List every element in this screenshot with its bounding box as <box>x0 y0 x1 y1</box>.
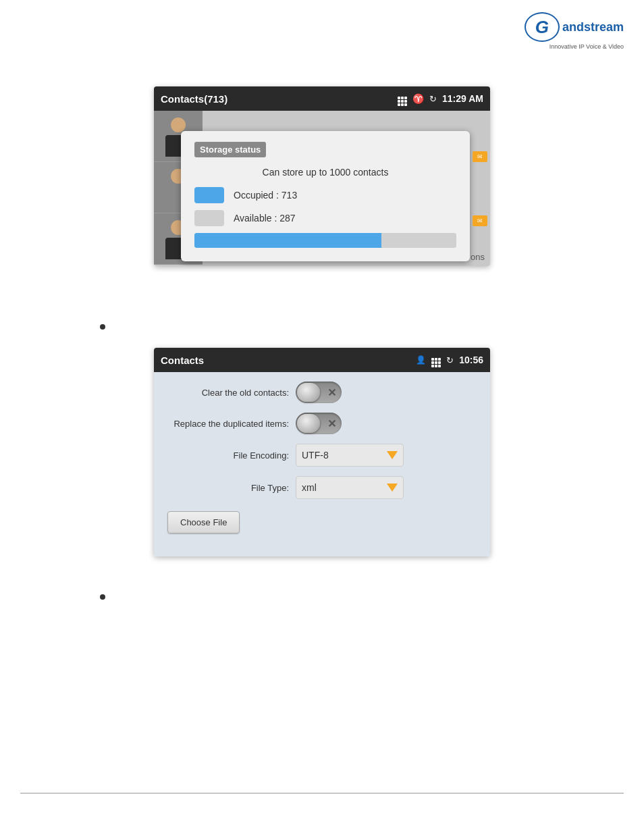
screen2-body: Clear the old contacts: ✕ Replace the du… <box>154 372 490 556</box>
logo-area: G andstream Innovative IP Voice & Video <box>525 12 624 50</box>
file-encoding-dropdown[interactable]: UTF-8 <box>296 444 404 467</box>
logo-tagline: Innovative IP Voice & Video <box>549 43 624 50</box>
file-type-value: xml <box>302 482 317 493</box>
replace-duplicated-row: Replace the duplicated items: ✕ <box>167 413 477 434</box>
mail-icon-2[interactable]: ✉ <box>473 215 487 226</box>
ons-text: ons <box>471 252 485 262</box>
screen2-time: 10:56 <box>459 355 483 365</box>
screen1-body: Storage status Can store up to 1000 cont… <box>154 111 490 266</box>
occupied-label: Occupied : 713 <box>234 190 297 201</box>
available-label: Available : 287 <box>234 213 296 224</box>
file-encoding-label: File Encoding: <box>167 450 289 461</box>
toggle-knob-1 <box>297 383 320 402</box>
choose-file-button[interactable]: Choose File <box>167 511 240 533</box>
bottom-divider <box>20 793 624 793</box>
file-type-row: File Type: xml <box>167 476 477 499</box>
storage-dialog-title: Storage status <box>194 142 266 157</box>
replace-duplicated-label: Replace the duplicated items: <box>167 419 289 429</box>
available-color-indicator <box>194 210 224 226</box>
clear-contacts-label: Clear the old contacts: <box>167 388 289 398</box>
storage-can-store-text: Can store up to 1000 contacts <box>194 167 456 178</box>
choose-file-row: Choose File <box>167 509 477 533</box>
available-row: Available : 287 <box>194 210 456 226</box>
device-screen-2: Contacts 👤 ↻ 10:56 Clear the old contact… <box>154 348 490 556</box>
refresh-icon-2: ↻ <box>446 355 454 365</box>
screen2-status-icons: 👤 ↻ 10:56 <box>416 353 483 367</box>
toggle-x-1: ✕ <box>327 386 336 399</box>
bullet-point-1 <box>100 324 105 330</box>
storage-progress-fill <box>194 233 381 248</box>
clear-contacts-row: Clear the old contacts: ✕ <box>167 382 477 403</box>
file-type-label: File Type: <box>167 483 289 493</box>
file-encoding-value: UTF-8 <box>302 450 329 461</box>
toggle-knob-2 <box>297 414 320 433</box>
screen1-title: Contacts(713) <box>161 93 227 105</box>
screen2-titlebar: Contacts 👤 ↻ 10:56 <box>154 348 490 372</box>
brand-name: andstream <box>562 20 624 34</box>
screen2-title: Contacts <box>161 355 204 366</box>
refresh-icon: ↻ <box>429 94 437 104</box>
grid-icon-2 <box>431 353 441 367</box>
file-encoding-row: File Encoding: UTF-8 <box>167 444 477 467</box>
contacts-icon: 👤 <box>416 355 426 365</box>
occupied-row: Occupied : 713 <box>194 187 456 203</box>
replace-duplicated-toggle[interactable]: ✕ <box>296 413 342 434</box>
mail-icons: ✉ ✉ <box>470 111 490 266</box>
logo-icon: G <box>525 12 560 42</box>
occupied-color-indicator <box>194 187 224 203</box>
storage-progress-bar <box>194 233 456 248</box>
grid-icon <box>398 91 407 106</box>
mail-icon-1[interactable]: ✉ <box>473 151 487 162</box>
storage-dialog: Storage status Can store up to 1000 cont… <box>181 131 470 261</box>
toggle-x-2: ✕ <box>327 417 336 430</box>
bullet-point-2 <box>100 594 105 600</box>
antenna-icon: ♈ <box>412 93 424 104</box>
screen1-titlebar: Contacts(713) ♈ ↻ 11:29 AM <box>154 86 490 111</box>
dropdown-arrow-filetype <box>387 484 398 492</box>
screen1-time: 11:29 AM <box>442 93 483 104</box>
clear-contacts-toggle[interactable]: ✕ <box>296 382 342 403</box>
device-screen-1: Contacts(713) ♈ ↻ 11:29 AM <box>154 86 490 266</box>
dropdown-arrow-encoding <box>387 451 398 459</box>
file-type-dropdown[interactable]: xml <box>296 476 404 499</box>
screen1-status-icons: ♈ ↻ 11:29 AM <box>398 91 483 106</box>
